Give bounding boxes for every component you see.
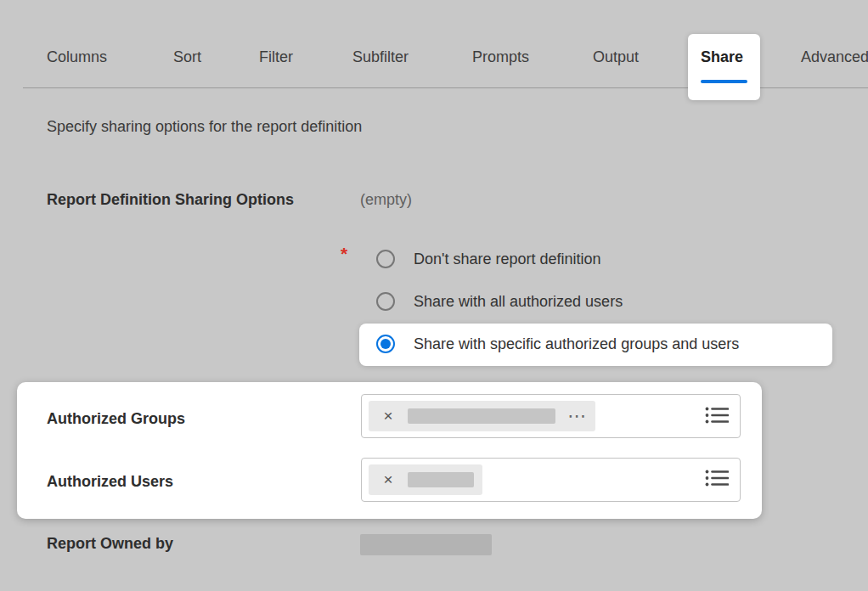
radio-option-label[interactable]: Share with all authorized users: [414, 293, 623, 311]
radio-option-share-specific[interactable]: Share with specific authorized groups an…: [376, 333, 739, 355]
sharing-options-value: (empty): [360, 191, 412, 209]
authorized-users-label: Authorized Users: [47, 473, 173, 491]
tab-prompts[interactable]: Prompts: [472, 48, 529, 66]
tab-filter[interactable]: Filter: [259, 48, 293, 66]
tab-advanced[interactable]: Advanced: [801, 48, 868, 66]
redacted-value: [408, 472, 474, 487]
radio-option-label[interactable]: Share with specific authorized groups an…: [414, 335, 739, 353]
authorized-users-input[interactable]: ×: [361, 458, 741, 502]
radio-empty-icon[interactable]: [376, 250, 395, 268]
required-indicator: *: [341, 244, 347, 264]
tab-sort[interactable]: Sort: [173, 48, 201, 66]
redacted-value: [408, 408, 555, 424]
sharing-options-label: Report Definition Sharing Options: [47, 191, 294, 209]
tab-columns[interactable]: Columns: [47, 48, 107, 66]
authorized-groups-label: Authorized Groups: [47, 410, 185, 428]
radio-option-share-all[interactable]: Share with all authorized users: [376, 290, 623, 312]
tab-output[interactable]: Output: [593, 48, 639, 66]
authorized-groups-input[interactable]: × ⋯: [361, 394, 741, 438]
radio-option-dont-share[interactable]: Don't share report definition: [376, 248, 601, 270]
list-menu-icon[interactable]: [705, 406, 729, 425]
redacted-value: [360, 534, 492, 555]
tab-share[interactable]: Share: [701, 48, 743, 66]
report-owned-by-label: Report Owned by: [47, 535, 173, 553]
remove-chip-icon[interactable]: ×: [369, 464, 408, 495]
tab-subfilter[interactable]: Subfilter: [352, 48, 409, 66]
radio-empty-icon[interactable]: [376, 292, 395, 311]
active-tab-background: [688, 34, 760, 100]
active-tab-indicator: [701, 80, 747, 83]
radio-filled-icon[interactable]: [376, 335, 395, 353]
radio-option-label[interactable]: Don't share report definition: [414, 250, 601, 268]
page-description: Specify sharing options for the report d…: [47, 118, 362, 136]
remove-chip-icon[interactable]: ×: [369, 401, 408, 431]
selected-item-chip: ×: [369, 464, 482, 495]
list-menu-icon[interactable]: [705, 469, 729, 487]
more-options-icon[interactable]: ⋯: [567, 401, 586, 431]
selected-item-chip: × ⋯: [369, 401, 595, 431]
